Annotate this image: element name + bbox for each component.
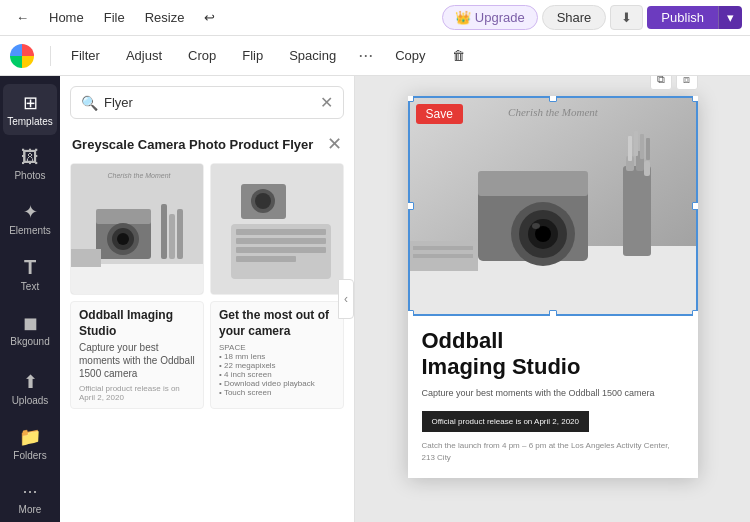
- svg-rect-14: [236, 229, 326, 235]
- copy-element-icon[interactable]: ⧈: [676, 76, 698, 90]
- panel-title-bar: Greyscale Camera Photo Product Flyer ✕: [60, 129, 354, 163]
- canvas-text-area: Oddball Imaging Studio Capture your best…: [408, 316, 698, 478]
- canvas-subtext: Capture your best moments with the Oddba…: [422, 387, 684, 401]
- download-icon: ⬇: [621, 10, 632, 25]
- sidebar-item-elements[interactable]: ✦ Elements: [3, 193, 57, 244]
- share-button[interactable]: Share: [542, 5, 607, 30]
- template-card[interactable]: Oddball Imaging Studio Capture your best…: [70, 301, 204, 409]
- canvas-heading: Oddball Imaging Studio: [422, 328, 684, 381]
- photos-icon: 🖼: [21, 147, 39, 168]
- svg-point-20: [255, 193, 271, 209]
- sidebar-item-folders[interactable]: 📁 Folders: [3, 418, 57, 469]
- svg-point-30: [532, 223, 540, 229]
- save-button[interactable]: Save: [416, 104, 463, 124]
- svg-rect-10: [71, 264, 203, 294]
- duplicate-icon[interactable]: ⧉: [650, 76, 672, 90]
- templates-icon: ⊞: [23, 92, 38, 114]
- publish-button[interactable]: Publish: [647, 6, 718, 29]
- more-options-button[interactable]: ···: [352, 41, 379, 70]
- search-clear-button[interactable]: ✕: [320, 93, 333, 112]
- template-card[interactable]: Cherish the Moment: [70, 163, 204, 295]
- svg-rect-25: [478, 171, 588, 196]
- template-card-text: Oddball Imaging Studio Capture your best…: [71, 302, 203, 408]
- canvas-photo-container: Save ⧉ ⧈: [408, 96, 698, 316]
- sidebar-item-photos[interactable]: 🖼 Photos: [3, 139, 57, 189]
- spacing-button[interactable]: Spacing: [279, 44, 346, 67]
- template-card[interactable]: Get the most out of your camera SPACE • …: [210, 301, 344, 409]
- template-card[interactable]: [210, 163, 344, 295]
- flip-button[interactable]: Flip: [232, 44, 273, 67]
- more-icon: ···: [22, 481, 37, 502]
- template-card-text: Get the most out of your camera SPACE • …: [211, 302, 343, 403]
- delete-button[interactable]: 🗑: [442, 44, 475, 67]
- svg-rect-17: [236, 256, 296, 262]
- sidebar-item-label: Templates: [7, 116, 53, 127]
- file-button[interactable]: File: [96, 6, 133, 29]
- canvas-photo: Cherish the Moment ↻: [408, 96, 698, 316]
- copy-icons-group: ⧉ ⧈: [650, 76, 698, 90]
- chevron-down-icon: ▾: [727, 10, 734, 25]
- sidebar-item-templates[interactable]: ⊞ Templates: [3, 84, 57, 135]
- sidebar-item-label: Elements: [9, 225, 51, 236]
- search-box: 🔍 ✕: [70, 86, 344, 119]
- svg-text:Cherish the Moment: Cherish the Moment: [107, 172, 171, 179]
- crop-button[interactable]: Crop: [178, 44, 226, 67]
- svg-rect-3: [96, 209, 151, 224]
- resize-button[interactable]: Resize: [137, 6, 193, 29]
- publish-group: Publish ▾: [647, 6, 742, 29]
- svg-rect-35: [628, 136, 632, 161]
- template-grid: Cherish the Moment: [60, 163, 354, 409]
- back-arrow[interactable]: ←: [8, 6, 37, 29]
- template-thumbnail: [211, 164, 343, 294]
- template-card-footer: Official product release is on April 2, …: [79, 384, 195, 402]
- svg-rect-37: [640, 134, 644, 159]
- home-label: Home: [49, 10, 84, 25]
- search-input[interactable]: [104, 95, 314, 110]
- crown-icon: 👑: [455, 10, 471, 25]
- sidebar-item-text[interactable]: T Text: [3, 248, 57, 300]
- template-card-title: Get the most out of your camera: [219, 308, 335, 339]
- navbar: ← Home File Resize ↩ 👑 Upgrade Share ⬇ P…: [0, 0, 750, 36]
- template-card-bullets: SPACE • 18 mm lens • 22 megapixels • 4 i…: [219, 343, 335, 397]
- svg-rect-34: [644, 161, 650, 176]
- sidebar-item-label: Folders: [13, 450, 46, 461]
- back-icon: ←: [16, 10, 29, 25]
- sidebar-item-label: Bkgound: [10, 336, 49, 347]
- svg-rect-16: [236, 247, 326, 253]
- publish-dropdown-button[interactable]: ▾: [718, 6, 742, 29]
- template-preview-svg: Cherish the Moment: [71, 164, 203, 294]
- main-content: ⊞ Templates 🖼 Photos ✦ Elements T Text ◼…: [0, 76, 750, 522]
- home-button[interactable]: Home: [41, 6, 92, 29]
- copy-button[interactable]: Copy: [385, 44, 435, 67]
- sidebar-item-background[interactable]: ◼ Bkgound: [3, 304, 57, 355]
- upgrade-label: Upgrade: [475, 10, 525, 25]
- svg-rect-7: [161, 204, 167, 259]
- sidebar-item-uploads[interactable]: ⬆ Uploads: [3, 363, 57, 414]
- image-toolbar: Filter Adjust Crop Flip Spacing ··· Copy…: [0, 36, 750, 76]
- search-icon: 🔍: [81, 95, 98, 111]
- folders-icon: 📁: [19, 426, 41, 448]
- svg-rect-40: [413, 246, 473, 250]
- download-button[interactable]: ⬇: [610, 5, 643, 30]
- sidebar: ⊞ Templates 🖼 Photos ✦ Elements T Text ◼…: [0, 76, 60, 522]
- undo-button[interactable]: ↩: [196, 6, 223, 29]
- template-card-subtitle: Capture your best moments with the Oddba…: [79, 341, 195, 380]
- filter-button[interactable]: Filter: [61, 44, 110, 67]
- upgrade-button[interactable]: 👑 Upgrade: [442, 5, 538, 30]
- svg-rect-38: [646, 138, 650, 160]
- hide-panel-button[interactable]: ‹: [338, 279, 354, 319]
- trash-icon: 🗑: [452, 48, 465, 63]
- share-label: Share: [557, 10, 592, 25]
- panel-close-button[interactable]: ✕: [327, 133, 342, 155]
- sidebar-item-more[interactable]: ··· More: [3, 473, 57, 522]
- sidebar-item-label: More: [19, 504, 42, 515]
- template-thumbnail: Cherish the Moment: [71, 164, 203, 294]
- svg-rect-15: [236, 238, 326, 244]
- adjust-button[interactable]: Adjust: [116, 44, 172, 67]
- svg-rect-41: [413, 254, 473, 258]
- svg-text:Cherish the Moment: Cherish the Moment: [508, 106, 599, 118]
- svg-rect-36: [634, 131, 638, 156]
- file-label: File: [104, 10, 125, 25]
- left-panel: 🔍 ✕ Greyscale Camera Photo Product Flyer…: [60, 76, 355, 522]
- sidebar-item-label: Text: [21, 281, 39, 292]
